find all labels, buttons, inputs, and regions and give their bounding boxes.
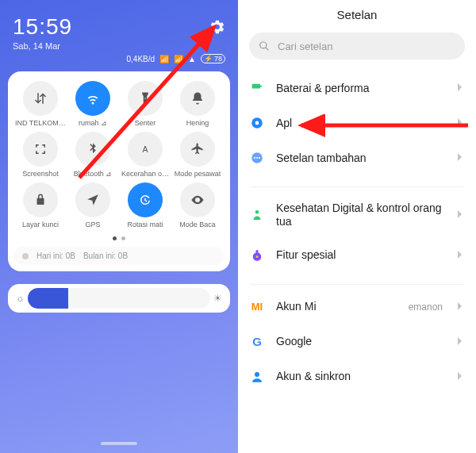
quick-tile-button[interactable] xyxy=(75,182,110,217)
data-rate: 0,4KB/d xyxy=(126,55,155,63)
quick-tile-label: GPS xyxy=(85,221,100,228)
quick-tile-button[interactable] xyxy=(180,132,215,167)
quick-tile-button[interactable] xyxy=(75,81,110,116)
slider-fill xyxy=(28,288,68,309)
quick-tile: Hening xyxy=(171,81,224,127)
flashlight-icon xyxy=(138,91,152,106)
settings-row[interactable]: GGoogle xyxy=(238,324,476,359)
quick-tile-button[interactable] xyxy=(180,182,215,217)
settings-row-sub: emanon xyxy=(409,301,443,313)
clock-date: Sab, 14 Mar xyxy=(13,41,72,51)
settings-row[interactable]: Akun & sinkron xyxy=(238,359,476,394)
chevron-right-icon xyxy=(457,208,463,222)
settings-row-label: Google xyxy=(276,335,446,348)
settings-screen: Setelan Cari setelan Baterai & performaA… xyxy=(238,0,476,453)
quick-tile-label: Layar kunci xyxy=(22,221,59,228)
letter-a-icon: A xyxy=(138,142,152,156)
status-bar: 0,4KB/d 📶 📶 ▲ ⚡78 xyxy=(8,51,230,70)
clock-time: 15:59 xyxy=(13,14,72,40)
rotation-lock-icon xyxy=(138,193,152,207)
eye-icon xyxy=(190,193,205,207)
quick-tile-label: Mode pesawat xyxy=(175,170,221,178)
settings-button[interactable] xyxy=(209,14,225,38)
quick-tile: Senter xyxy=(119,81,171,127)
svg-rect-2 xyxy=(260,86,262,87)
data-usage-row[interactable]: Hari ini: 0B Bulan ini: 0B xyxy=(14,247,224,265)
airplane-icon xyxy=(190,142,205,156)
quick-tile-label: Hening xyxy=(186,119,209,127)
settings-row[interactable]: Apl xyxy=(238,106,476,140)
page-title: Setelan xyxy=(238,0,476,29)
quick-tile: Layar kunci xyxy=(14,182,67,228)
search-input[interactable]: Cari setelan xyxy=(249,33,465,60)
bluetooth-icon xyxy=(86,142,100,156)
chevron-right-icon xyxy=(457,248,463,263)
dots-circle-icon xyxy=(249,150,265,166)
slider-track[interactable] xyxy=(28,288,210,309)
settings-row[interactable]: Baterai & performa xyxy=(238,71,476,106)
gear-solid-icon xyxy=(249,115,265,131)
page-dot[interactable] xyxy=(113,236,117,240)
quick-tile: Mode Baca xyxy=(171,182,224,228)
quick-tile-button[interactable] xyxy=(180,81,215,116)
quick-tile-label: rumah ⊿ xyxy=(79,119,107,127)
quick-tile: Mode pesawat xyxy=(171,132,224,178)
svg-point-8 xyxy=(259,157,260,159)
settings-row[interactable]: Setelan tambahan xyxy=(238,140,476,175)
chevron-right-icon xyxy=(457,151,463,165)
clock-block: 15:59 Sab, 14 Mar xyxy=(13,14,72,51)
settings-group: Kesehatan Digital & kontrol orang tuaFit… xyxy=(238,192,476,279)
drag-handle[interactable] xyxy=(101,442,137,445)
svg-point-9 xyxy=(255,210,259,214)
quick-tile: Rotasi mati xyxy=(119,182,171,228)
chevron-right-icon xyxy=(457,335,463,349)
swap-vertical-icon xyxy=(33,91,48,106)
quick-tile-button[interactable] xyxy=(23,182,58,217)
quick-tile-button[interactable] xyxy=(128,182,163,217)
search-icon xyxy=(259,40,270,52)
page-dots[interactable] xyxy=(14,236,224,240)
divider xyxy=(251,186,463,187)
quick-tile-label: Senter xyxy=(135,119,156,127)
quick-tile-label: IND TELKOM ⊿ xyxy=(15,119,66,127)
person-sync-icon xyxy=(249,369,265,385)
brightness-slider[interactable]: ☼ ☀ xyxy=(8,284,230,313)
quick-tile-button[interactable] xyxy=(23,132,58,167)
quick-tile-button[interactable] xyxy=(23,81,58,116)
settings-row-label: Akun & sinkron xyxy=(276,370,446,383)
quick-tile-label: Bluetooth ⊿ xyxy=(74,170,113,178)
quick-tiles-grid: IND TELKOM ⊿rumah ⊿SenterHeningScreensho… xyxy=(14,81,224,228)
settings-row[interactable]: Fitur spesial xyxy=(238,238,476,273)
settings-row[interactable]: Kesehatan Digital & kontrol orang tua xyxy=(238,192,476,238)
settings-group: MIAkun MiemanonGGoogleAkun & sinkron xyxy=(238,290,476,401)
brightness-high-icon: ☀ xyxy=(213,293,222,304)
google-logo-icon: G xyxy=(249,334,265,350)
quick-tile: Bluetooth ⊿ xyxy=(67,132,119,178)
chevron-right-icon xyxy=(457,81,463,95)
mi-logo-icon: MI xyxy=(249,299,265,315)
svg-rect-1 xyxy=(252,84,261,89)
quick-tiles-card: IND TELKOM ⊿rumah ⊿SenterHeningScreensho… xyxy=(8,71,230,271)
page-dot[interactable] xyxy=(121,236,125,240)
settings-row-label: Kesehatan Digital & kontrol orang tua xyxy=(276,202,446,228)
battery-indicator: ⚡78 xyxy=(201,54,225,63)
wifi-status-icon: ▲ xyxy=(188,55,196,63)
settings-row[interactable]: MIAkun Miemanon xyxy=(238,290,476,324)
gear-icon xyxy=(209,19,225,35)
svg-rect-11 xyxy=(256,250,259,253)
potion-icon xyxy=(249,248,265,263)
signal-icon: 📶 xyxy=(159,55,169,63)
settings-row-label: Akun Mi xyxy=(276,300,397,313)
svg-point-12 xyxy=(256,255,259,258)
svg-point-7 xyxy=(256,157,258,159)
settings-row-label: Fitur spesial xyxy=(276,248,446,262)
quick-settings-panel: 15:59 Sab, 14 Mar 0,4KB/d 📶 📶 ▲ ⚡78 IND … xyxy=(0,0,238,453)
quick-tile-button[interactable]: A xyxy=(128,132,163,167)
quick-tile-label: Screenshot xyxy=(22,170,59,178)
wifi-icon xyxy=(86,91,100,106)
svg-point-6 xyxy=(254,157,255,159)
quick-tile-button[interactable] xyxy=(75,132,110,167)
quick-tile: AKecerahan o… xyxy=(119,132,171,178)
quick-tile-button[interactable] xyxy=(128,81,163,116)
quick-tile: Screenshot xyxy=(14,132,67,178)
